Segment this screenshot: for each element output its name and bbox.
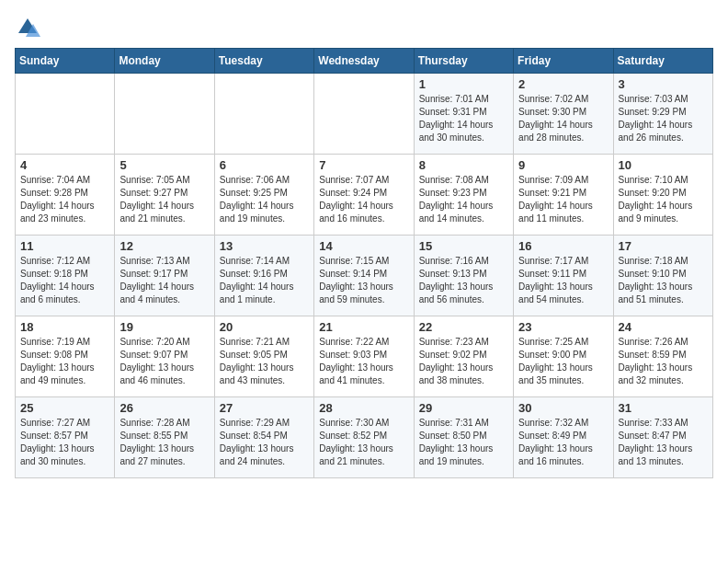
day-info: Sunrise: 7:31 AM Sunset: 8:50 PM Dayligh… [419, 417, 508, 468]
calendar-table: SundayMondayTuesdayWednesdayThursdayFrid… [15, 48, 713, 478]
calendar-cell: 9Sunrise: 7:09 AM Sunset: 9:21 PM Daylig… [514, 155, 613, 236]
day-number: 4 [20, 158, 109, 172]
day-number: 24 [619, 320, 708, 334]
day-of-week-header: Sunday [16, 49, 115, 74]
day-info: Sunrise: 7:17 AM Sunset: 9:11 PM Dayligh… [518, 255, 608, 306]
day-info: Sunrise: 7:12 AM Sunset: 9:18 PM Dayligh… [20, 255, 109, 306]
day-info: Sunrise: 7:03 AM Sunset: 9:29 PM Dayligh… [619, 93, 708, 144]
day-number: 25 [20, 401, 109, 415]
day-info: Sunrise: 7:23 AM Sunset: 9:02 PM Dayligh… [419, 336, 508, 387]
day-number: 27 [220, 401, 309, 415]
day-info: Sunrise: 7:28 AM Sunset: 8:55 PM Dayligh… [119, 417, 209, 468]
day-info: Sunrise: 7:22 AM Sunset: 9:03 PM Dayligh… [319, 336, 408, 387]
day-info: Sunrise: 7:18 AM Sunset: 9:10 PM Dayligh… [619, 255, 708, 306]
calendar-cell: 31Sunrise: 7:33 AM Sunset: 8:47 PM Dayli… [613, 397, 712, 478]
day-number: 15 [419, 239, 508, 253]
calendar-cell: 1Sunrise: 7:01 AM Sunset: 9:31 PM Daylig… [414, 74, 513, 155]
day-info: Sunrise: 7:15 AM Sunset: 9:14 PM Dayligh… [319, 255, 408, 306]
day-number: 6 [220, 158, 309, 172]
day-number: 30 [518, 401, 608, 415]
calendar-cell: 10Sunrise: 7:10 AM Sunset: 9:20 PM Dayli… [613, 155, 712, 236]
calendar-cell [314, 74, 414, 155]
day-number: 22 [419, 320, 508, 334]
header [15, 15, 713, 40]
day-number: 10 [619, 158, 708, 172]
day-info: Sunrise: 7:08 AM Sunset: 9:23 PM Dayligh… [419, 174, 508, 225]
day-of-week-header: Thursday [414, 49, 513, 74]
calendar-cell: 4Sunrise: 7:04 AM Sunset: 9:28 PM Daylig… [16, 155, 115, 236]
day-number: 3 [619, 77, 708, 91]
calendar-cell: 16Sunrise: 7:17 AM Sunset: 9:11 PM Dayli… [514, 236, 613, 316]
day-number: 13 [220, 239, 309, 253]
day-number: 17 [619, 239, 708, 253]
calendar-cell: 24Sunrise: 7:26 AM Sunset: 8:59 PM Dayli… [613, 316, 712, 397]
calendar-cell: 13Sunrise: 7:14 AM Sunset: 9:16 PM Dayli… [214, 236, 313, 316]
day-number: 28 [319, 401, 408, 415]
day-info: Sunrise: 7:04 AM Sunset: 9:28 PM Dayligh… [20, 174, 109, 225]
calendar-cell: 12Sunrise: 7:13 AM Sunset: 9:17 PM Dayli… [115, 236, 214, 316]
day-info: Sunrise: 7:19 AM Sunset: 9:08 PM Dayligh… [20, 336, 109, 387]
day-number: 29 [419, 401, 508, 415]
day-info: Sunrise: 7:26 AM Sunset: 8:59 PM Dayligh… [619, 336, 708, 387]
day-number: 23 [518, 320, 608, 334]
calendar-cell: 25Sunrise: 7:27 AM Sunset: 8:57 PM Dayli… [16, 397, 115, 478]
calendar-cell: 14Sunrise: 7:15 AM Sunset: 9:14 PM Dayli… [314, 236, 414, 316]
day-info: Sunrise: 7:10 AM Sunset: 9:20 PM Dayligh… [619, 174, 708, 225]
day-number: 8 [419, 158, 508, 172]
day-number: 20 [220, 320, 309, 334]
calendar-cell: 30Sunrise: 7:32 AM Sunset: 8:49 PM Dayli… [514, 397, 613, 478]
day-number: 14 [319, 239, 408, 253]
calendar-cell: 17Sunrise: 7:18 AM Sunset: 9:10 PM Dayli… [613, 236, 712, 316]
day-of-week-header: Monday [115, 49, 214, 74]
calendar-cell: 18Sunrise: 7:19 AM Sunset: 9:08 PM Dayli… [16, 316, 115, 397]
calendar-cell: 26Sunrise: 7:28 AM Sunset: 8:55 PM Dayli… [115, 397, 214, 478]
day-of-week-header: Saturday [613, 49, 712, 74]
day-of-week-header: Friday [514, 49, 613, 74]
calendar-cell: 23Sunrise: 7:25 AM Sunset: 9:00 PM Dayli… [514, 316, 613, 397]
day-number: 31 [619, 401, 708, 415]
day-info: Sunrise: 7:27 AM Sunset: 8:57 PM Dayligh… [20, 417, 109, 468]
calendar-cell: 2Sunrise: 7:02 AM Sunset: 9:30 PM Daylig… [514, 74, 613, 155]
day-number: 18 [20, 320, 109, 334]
day-number: 7 [319, 158, 408, 172]
calendar-week-row: 25Sunrise: 7:27 AM Sunset: 8:57 PM Dayli… [16, 397, 713, 478]
day-number: 2 [518, 77, 608, 91]
day-info: Sunrise: 7:06 AM Sunset: 9:25 PM Dayligh… [220, 174, 309, 225]
day-number: 11 [20, 239, 109, 253]
day-of-week-header: Tuesday [214, 49, 313, 74]
calendar-cell: 11Sunrise: 7:12 AM Sunset: 9:18 PM Dayli… [16, 236, 115, 316]
day-number: 5 [119, 158, 209, 172]
day-info: Sunrise: 7:14 AM Sunset: 9:16 PM Dayligh… [220, 255, 309, 306]
calendar-cell: 3Sunrise: 7:03 AM Sunset: 9:29 PM Daylig… [613, 74, 712, 155]
calendar-header-row: SundayMondayTuesdayWednesdayThursdayFrid… [16, 49, 713, 74]
calendar-week-row: 4Sunrise: 7:04 AM Sunset: 9:28 PM Daylig… [16, 155, 713, 236]
day-info: Sunrise: 7:21 AM Sunset: 9:05 PM Dayligh… [220, 336, 309, 387]
day-number: 16 [518, 239, 608, 253]
calendar-cell: 22Sunrise: 7:23 AM Sunset: 9:02 PM Dayli… [414, 316, 513, 397]
calendar-cell: 6Sunrise: 7:06 AM Sunset: 9:25 PM Daylig… [214, 155, 313, 236]
calendar-cell: 5Sunrise: 7:05 AM Sunset: 9:27 PM Daylig… [115, 155, 214, 236]
day-number: 19 [119, 320, 209, 334]
day-info: Sunrise: 7:29 AM Sunset: 8:54 PM Dayligh… [220, 417, 309, 468]
day-info: Sunrise: 7:32 AM Sunset: 8:49 PM Dayligh… [518, 417, 608, 468]
day-number: 9 [518, 158, 608, 172]
calendar-week-row: 18Sunrise: 7:19 AM Sunset: 9:08 PM Dayli… [16, 316, 713, 397]
calendar-week-row: 11Sunrise: 7:12 AM Sunset: 9:18 PM Dayli… [16, 236, 713, 316]
day-info: Sunrise: 7:09 AM Sunset: 9:21 PM Dayligh… [518, 174, 608, 225]
calendar-cell: 19Sunrise: 7:20 AM Sunset: 9:07 PM Dayli… [115, 316, 214, 397]
day-number: 1 [419, 77, 508, 91]
calendar-cell [115, 74, 214, 155]
day-info: Sunrise: 7:07 AM Sunset: 9:24 PM Dayligh… [319, 174, 408, 225]
logo [15, 15, 44, 40]
calendar-cell: 21Sunrise: 7:22 AM Sunset: 9:03 PM Dayli… [314, 316, 414, 397]
day-info: Sunrise: 7:30 AM Sunset: 8:52 PM Dayligh… [319, 417, 408, 468]
day-number: 12 [119, 239, 209, 253]
calendar-cell [16, 74, 115, 155]
day-info: Sunrise: 7:01 AM Sunset: 9:31 PM Dayligh… [419, 93, 508, 144]
calendar-cell: 27Sunrise: 7:29 AM Sunset: 8:54 PM Dayli… [214, 397, 313, 478]
day-info: Sunrise: 7:20 AM Sunset: 9:07 PM Dayligh… [119, 336, 209, 387]
day-info: Sunrise: 7:25 AM Sunset: 9:00 PM Dayligh… [518, 336, 608, 387]
day-info: Sunrise: 7:33 AM Sunset: 8:47 PM Dayligh… [619, 417, 708, 468]
day-number: 21 [319, 320, 408, 334]
calendar-cell: 7Sunrise: 7:07 AM Sunset: 9:24 PM Daylig… [314, 155, 414, 236]
